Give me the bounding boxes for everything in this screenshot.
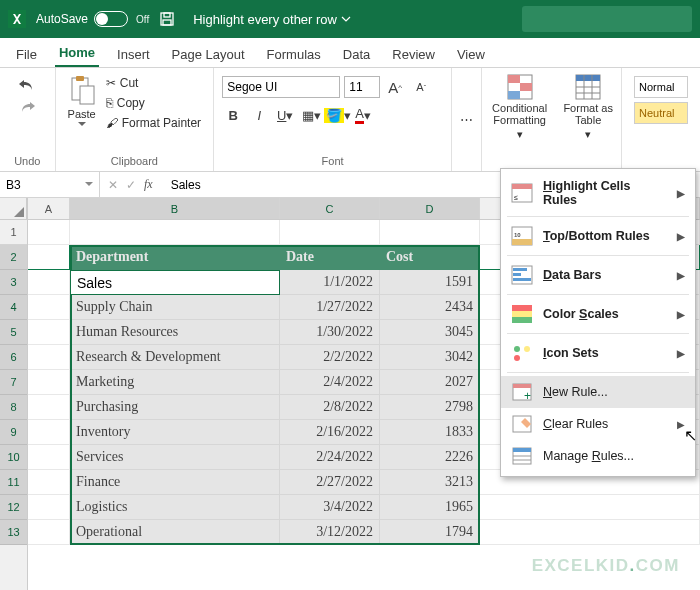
table-cell[interactable]: 2027 <box>380 370 480 395</box>
table-cell[interactable]: 2/16/2022 <box>280 420 380 445</box>
row-header[interactable]: 8 <box>0 395 27 420</box>
conditional-formatting-button[interactable]: Conditional Formatting▾ <box>486 72 553 167</box>
font-color-icon[interactable]: A▾ <box>352 104 374 126</box>
table-cell[interactable]: 2/24/2022 <box>280 445 380 470</box>
svg-rect-21 <box>512 239 532 245</box>
menu-highlight-cells-rules[interactable]: ≤ HHighlight Cells Rulesighlight Cells R… <box>501 173 695 213</box>
row-header[interactable]: 7 <box>0 370 27 395</box>
copy-button[interactable]: ⎘ Copy <box>106 94 201 112</box>
table-cell[interactable]: 2798 <box>380 395 480 420</box>
redo-icon[interactable] <box>17 100 37 116</box>
fill-color-icon[interactable]: 🪣▾ <box>326 104 348 126</box>
underline-icon[interactable]: U▾ <box>274 104 296 126</box>
select-all-corner[interactable] <box>0 198 27 220</box>
style-normal[interactable]: Normal <box>634 76 688 98</box>
table-cell[interactable]: 1/27/2022 <box>280 295 380 320</box>
name-box[interactable]: B3 <box>0 172 100 197</box>
row-header[interactable]: 10 <box>0 445 27 470</box>
menu-color-scales[interactable]: Color Scales▶ <box>501 298 695 330</box>
table-cell[interactable]: 3045 <box>380 320 480 345</box>
col-header[interactable]: C <box>280 198 380 219</box>
tab-review[interactable]: Review <box>388 41 439 67</box>
row-header[interactable]: 9 <box>0 420 27 445</box>
tab-file[interactable]: File <box>12 41 41 67</box>
document-name[interactable]: Highlight every other row <box>193 12 351 27</box>
save-icon[interactable] <box>159 11 175 27</box>
tab-data[interactable]: Data <box>339 41 374 67</box>
format-as-table-button[interactable]: Format as Table▾ <box>559 72 617 167</box>
tab-page-layout[interactable]: Page Layout <box>168 41 249 67</box>
format-painter-button[interactable]: 🖌 Format Painter <box>106 114 201 132</box>
paste-button[interactable]: Paste <box>64 72 100 155</box>
undo-icon[interactable] <box>17 78 37 94</box>
row-header[interactable]: 5 <box>0 320 27 345</box>
table-cell[interactable]: 3042 <box>380 345 480 370</box>
tab-home[interactable]: Home <box>55 39 99 67</box>
table-cell[interactable]: 1591 <box>380 270 480 295</box>
table-cell[interactable]: 2/27/2022 <box>280 470 380 495</box>
table-cell[interactable]: 1833 <box>380 420 480 445</box>
table-cell[interactable]: 1/1/2022 <box>280 270 380 295</box>
tab-view[interactable]: View <box>453 41 489 67</box>
fx-icon[interactable]: fx <box>144 177 153 192</box>
formula-value[interactable]: Sales <box>171 178 201 192</box>
table-cell[interactable]: 1794 <box>380 520 480 545</box>
menu-icon-sets[interactable]: Icon Sets▶ <box>501 337 695 369</box>
row-header[interactable]: 4 <box>0 295 27 320</box>
row-header[interactable]: 3 <box>0 270 27 295</box>
row-header[interactable]: 6 <box>0 345 27 370</box>
row-header[interactable]: 13 <box>0 520 27 545</box>
cut-button[interactable]: ✂ Cut <box>106 74 201 92</box>
enter-icon[interactable]: ✓ <box>126 178 136 192</box>
table-cell[interactable]: 2/2/2022 <box>280 345 380 370</box>
row-header[interactable]: 11 <box>0 470 27 495</box>
excel-icon <box>8 10 26 28</box>
col-header[interactable]: A <box>28 198 70 219</box>
table-cell[interactable]: Marketing <box>70 370 280 395</box>
table-cell[interactable]: 1965 <box>380 495 480 520</box>
table-cell[interactable]: Operational <box>70 520 280 545</box>
bold-icon[interactable]: B <box>222 104 244 126</box>
table-cell[interactable]: Services <box>70 445 280 470</box>
table-cell[interactable]: 2/4/2022 <box>280 370 380 395</box>
table-cell[interactable]: Human Resources <box>70 320 280 345</box>
table-cell[interactable]: Inventory <box>70 420 280 445</box>
table-cell[interactable]: 3/4/2022 <box>280 495 380 520</box>
row-header[interactable]: 1 <box>0 220 27 245</box>
table-cell[interactable]: 2226 <box>380 445 480 470</box>
table-cell[interactable]: 1/30/2022 <box>280 320 380 345</box>
menu-manage-rules[interactable]: Manage Rules... <box>501 440 695 472</box>
style-neutral[interactable]: Neutral <box>634 102 688 124</box>
increase-font-icon[interactable]: A^ <box>384 76 406 98</box>
autosave-toggle[interactable]: AutoSave Off <box>36 11 149 27</box>
table-cell[interactable]: 2/8/2022 <box>280 395 380 420</box>
tab-formulas[interactable]: Formulas <box>263 41 325 67</box>
dialog-launcher-icon[interactable]: ⋯ <box>460 109 473 131</box>
table-cell[interactable]: Purchasing <box>70 395 280 420</box>
cancel-icon[interactable]: ✕ <box>108 178 118 192</box>
italic-icon[interactable]: I <box>248 104 270 126</box>
menu-clear-rules[interactable]: Clear Rules▶ <box>501 408 695 440</box>
table-cell[interactable]: Finance <box>70 470 280 495</box>
search-box[interactable] <box>522 6 692 32</box>
conditional-formatting-menu: ≤ HHighlight Cells Rulesighlight Cells R… <box>500 168 696 477</box>
table-cell[interactable]: Research & Development <box>70 345 280 370</box>
col-header[interactable]: B <box>70 198 280 219</box>
decrease-font-icon[interactable]: Aˇ <box>410 76 432 98</box>
font-name-select[interactable] <box>222 76 340 98</box>
row-header[interactable]: 12 <box>0 495 27 520</box>
menu-top-bottom-rules[interactable]: 10 Top/Bottom Rules▶ <box>501 220 695 252</box>
menu-new-rule[interactable]: + New Rule... <box>501 376 695 408</box>
font-size-select[interactable] <box>344 76 380 98</box>
table-cell[interactable]: 2434 <box>380 295 480 320</box>
table-cell[interactable]: Logistics <box>70 495 280 520</box>
menu-data-bars[interactable]: Data Bars▶ <box>501 259 695 291</box>
table-cell[interactable]: Sales <box>70 270 280 295</box>
table-cell[interactable]: 3/12/2022 <box>280 520 380 545</box>
col-header[interactable]: D <box>380 198 480 219</box>
tab-insert[interactable]: Insert <box>113 41 154 67</box>
table-cell[interactable]: 3213 <box>380 470 480 495</box>
row-header[interactable]: 2 <box>0 245 27 270</box>
table-cell[interactable]: Supply Chain <box>70 295 280 320</box>
border-icon[interactable]: ▦▾ <box>300 104 322 126</box>
